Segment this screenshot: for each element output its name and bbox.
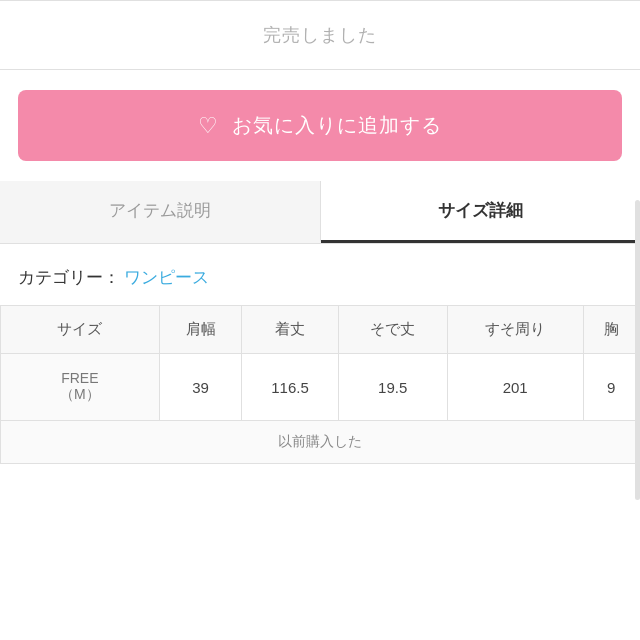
favorite-label: お気に入りに追加する [232, 112, 442, 139]
col-sleeve: そで丈 [338, 306, 447, 354]
cell-hem: 201 [447, 354, 583, 421]
table-header-row: サイズ 肩幅 着丈 そで丈 すそ周り 胸 [1, 306, 640, 354]
cell-sleeve: 19.5 [338, 354, 447, 421]
col-hem: すそ周り [447, 306, 583, 354]
col-shoulder: 肩幅 [159, 306, 242, 354]
cell-shoulder: 39 [159, 354, 242, 421]
tabs-section: アイテム説明 サイズ詳細 [0, 181, 640, 244]
category-link[interactable]: ワンピース [124, 268, 209, 287]
category-label: カテゴリー： [18, 268, 120, 287]
cell-size: FREE（M） [1, 354, 160, 421]
col-length: 着丈 [242, 306, 338, 354]
tab-description[interactable]: アイテム説明 [0, 181, 321, 243]
sold-out-text: 完売しました [263, 25, 376, 45]
size-table: サイズ 肩幅 着丈 そで丈 すそ周り 胸 FREE（M） 39 116.5 19… [0, 305, 640, 464]
page-container: 完売しました ♡ お気に入りに追加する アイテム説明 サイズ詳細 カテゴリー： … [0, 0, 640, 640]
cell-chest: 9 [583, 354, 639, 421]
cell-length: 116.5 [242, 354, 338, 421]
sold-out-section: 完売しました [0, 0, 640, 70]
favorite-button[interactable]: ♡ お気に入りに追加する [18, 90, 622, 161]
scrollbar[interactable] [635, 200, 640, 500]
heart-icon: ♡ [198, 115, 218, 137]
note-row: 以前購入した [1, 421, 640, 464]
tab-size[interactable]: サイズ詳細 [321, 181, 641, 243]
col-size: サイズ [1, 306, 160, 354]
page-wrapper: 完売しました ♡ お気に入りに追加する アイテム説明 サイズ詳細 カテゴリー： … [0, 0, 640, 640]
category-section: カテゴリー： ワンピース [0, 244, 640, 305]
table-row: FREE（M） 39 116.5 19.5 201 9 [1, 354, 640, 421]
favorite-section: ♡ お気に入りに追加する [0, 70, 640, 181]
note-text: 以前購入した [1, 421, 640, 464]
col-chest: 胸 [583, 306, 639, 354]
size-table-section: サイズ 肩幅 着丈 そで丈 すそ周り 胸 FREE（M） 39 116.5 19… [0, 305, 640, 640]
